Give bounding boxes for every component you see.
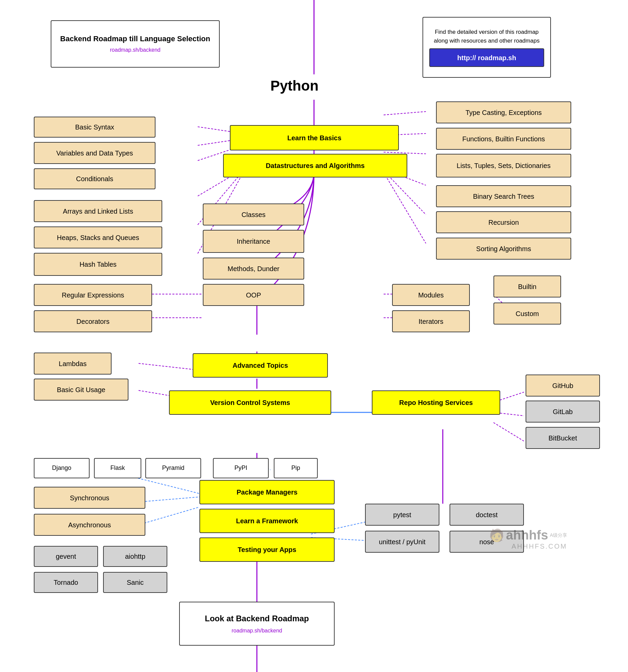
gitlab-label: GitLab bbox=[553, 408, 573, 416]
learn-basics-label: Learn the Basics bbox=[287, 134, 341, 142]
doctest-label: doctest bbox=[476, 511, 498, 519]
ds-algo-label: Datastructures and Algorithms bbox=[266, 162, 365, 170]
gevent-label: gevent bbox=[56, 552, 76, 560]
sorting-node: Sorting Algorithms bbox=[436, 238, 571, 260]
svg-line-26 bbox=[493, 423, 524, 441]
testing-label: Testing your Apps bbox=[238, 546, 296, 554]
django-label: Django bbox=[52, 464, 71, 472]
learn-basics-node: Learn the Basics bbox=[230, 125, 399, 150]
doctest-node: doctest bbox=[450, 504, 524, 526]
version-control-label: Version Control Systems bbox=[210, 399, 290, 407]
asynchronous-label: Asynchronous bbox=[68, 521, 111, 529]
conditionals-node: Conditionals bbox=[34, 168, 155, 189]
pip-node: Pip bbox=[274, 458, 318, 478]
django-node: Django bbox=[34, 458, 90, 478]
watermark-text: ahhhfs bbox=[506, 528, 548, 543]
aiohttp-node: aiohttp bbox=[103, 546, 167, 567]
hash-tables-node: Hash Tables bbox=[34, 253, 162, 276]
pytest-node: pytest bbox=[365, 504, 439, 526]
package-managers-label: Package Managers bbox=[237, 488, 297, 496]
conditionals-label: Conditionals bbox=[76, 175, 113, 183]
binary-search-node: Binary Search Trees bbox=[436, 185, 571, 207]
watermark: 🧑 ahhhfs A级分享 AHHHFS.COM bbox=[489, 528, 567, 550]
lambdas-node: Lambdas bbox=[34, 353, 112, 375]
repo-hosting-node: Repo Hosting Services bbox=[372, 390, 500, 415]
repo-hosting-label: Repo Hosting Services bbox=[399, 399, 473, 407]
bitbucket-node: BitBucket bbox=[526, 427, 600, 449]
advanced-topics-node: Advanced Topics bbox=[193, 353, 328, 378]
gitlab-node: GitLab bbox=[526, 401, 600, 423]
methods-label: Methods, Dunder bbox=[227, 265, 279, 273]
svg-line-15 bbox=[384, 172, 426, 243]
recursion-label: Recursion bbox=[488, 218, 519, 226]
modules-label: Modules bbox=[418, 291, 444, 299]
oop-label: OOP bbox=[246, 291, 261, 299]
decorators-label: Decorators bbox=[76, 317, 110, 326]
lists-label: Lists, Tuples, Sets, Dictionaries bbox=[457, 162, 551, 170]
arrays-node: Arrays and Linked Lists bbox=[34, 200, 162, 222]
sorting-label: Sorting Algorithms bbox=[476, 245, 531, 253]
version-control-node: Version Control Systems bbox=[169, 390, 331, 415]
oop-node: OOP bbox=[203, 284, 304, 306]
pypi-node: PyPI bbox=[213, 458, 269, 478]
hash-tables-label: Hash Tables bbox=[79, 260, 117, 268]
modules-node: Modules bbox=[392, 284, 470, 306]
methods-node: Methods, Dunder bbox=[203, 258, 304, 280]
pypi-label: PyPI bbox=[234, 464, 247, 472]
sanic-label: Sanic bbox=[127, 578, 144, 586]
learn-framework-label: Learn a Framework bbox=[236, 517, 298, 525]
package-managers-node: Package Managers bbox=[199, 480, 335, 504]
classes-node: Classes bbox=[203, 203, 304, 225]
tornado-node: Tornado bbox=[34, 572, 98, 593]
flask-label: Flask bbox=[110, 464, 125, 472]
info-box: Find the detailed version of this roadma… bbox=[422, 17, 551, 78]
bitbucket-label: BitBucket bbox=[549, 434, 577, 442]
ds-algo-node: Datastructures and Algorithms bbox=[223, 154, 407, 177]
github-node: GitHub bbox=[526, 375, 600, 397]
sanic-node: Sanic bbox=[103, 572, 167, 593]
heaps-label: Heaps, Stacks and Queues bbox=[57, 234, 139, 242]
variables-node: Variables and Data Types bbox=[34, 142, 155, 164]
regex-node: Regular Expressions bbox=[34, 284, 152, 306]
functions-node: Functions, Builtin Functions bbox=[436, 128, 571, 150]
custom-node: Custom bbox=[493, 303, 561, 325]
python-label: Python bbox=[270, 78, 318, 94]
classes-label: Classes bbox=[241, 211, 265, 219]
asynchronous-node: Asynchronous bbox=[34, 514, 145, 536]
arrays-label: Arrays and Linked Lists bbox=[63, 207, 133, 215]
pip-label: Pip bbox=[291, 464, 300, 472]
pytest-label: pytest bbox=[393, 511, 411, 519]
synchronous-label: Synchronous bbox=[70, 494, 110, 502]
testing-node: Testing your Apps bbox=[199, 537, 335, 562]
inheritance-node: Inheritance bbox=[203, 230, 304, 253]
learn-framework-node: Learn a Framework bbox=[199, 509, 335, 533]
look-backend-sub: roadmap.sh/backend bbox=[232, 627, 282, 634]
watermark-sub: AHHHFS.COM bbox=[489, 543, 567, 550]
decorators-node: Decorators bbox=[34, 310, 152, 332]
iterators-node: Iterators bbox=[392, 310, 470, 332]
info-text: Find the detailed version of this roadma… bbox=[427, 28, 546, 45]
roadmap-url-label: http:// roadmap.sh bbox=[457, 54, 516, 62]
lists-node: Lists, Tuples, Sets, Dictionaries bbox=[436, 154, 571, 177]
svg-line-7 bbox=[384, 112, 426, 115]
heaps-node: Heaps, Stacks and Queues bbox=[34, 226, 162, 248]
roadmap-url-btn[interactable]: http:// roadmap.sh bbox=[429, 48, 544, 67]
unittest-node: unittest / pyUnit bbox=[365, 531, 439, 553]
tornado-label: Tornado bbox=[54, 578, 78, 586]
advanced-topics-label: Advanced Topics bbox=[233, 361, 288, 369]
regex-label: Regular Expressions bbox=[62, 291, 124, 299]
aiohttp-label: aiohttp bbox=[125, 552, 145, 560]
builtin-node: Builtin bbox=[493, 275, 561, 297]
title-text: Backend Roadmap till Language Selection bbox=[60, 34, 210, 44]
github-label: GitHub bbox=[552, 382, 573, 390]
title-box: Backend Roadmap till Language Selection … bbox=[51, 20, 220, 68]
inheritance-label: Inheritance bbox=[237, 237, 270, 245]
basic-syntax-node: Basic Syntax bbox=[34, 117, 155, 138]
gevent-node: gevent bbox=[34, 546, 98, 567]
title-subtitle: roadmap.sh/backend bbox=[110, 46, 160, 54]
type-casting-label: Type Casting, Exceptions bbox=[465, 109, 542, 117]
svg-line-18 bbox=[139, 363, 199, 370]
unittest-label: unittest / pyUnit bbox=[379, 538, 426, 546]
lambdas-label: Lambdas bbox=[59, 360, 87, 368]
builtin-label: Builtin bbox=[518, 283, 536, 291]
